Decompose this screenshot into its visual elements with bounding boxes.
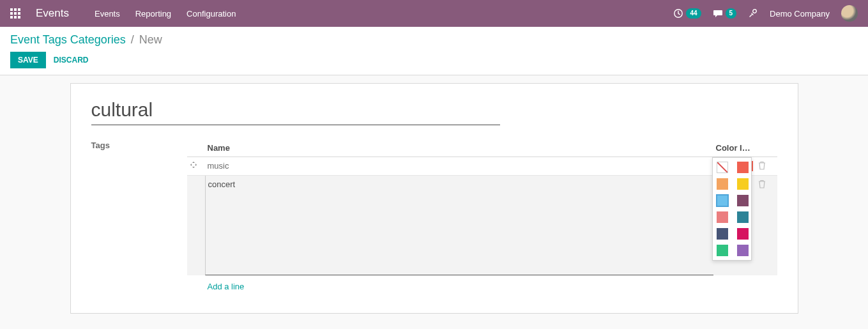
messages-button[interactable]: 5 [713,8,737,19]
save-button[interactable]: Save [10,52,46,68]
tag-name-input[interactable] [208,180,711,189]
color-option[interactable] [737,195,749,206]
activities-badge: 44 [686,8,701,19]
nav-link-events[interactable]: Events [95,9,120,19]
add-line-row: Add a line [187,275,777,294]
main-navbar: Events Events Reporting Configuration 44… [0,0,868,27]
activities-button[interactable]: 44 [673,8,701,19]
form-sheet: Tags Name Color In… [70,83,798,314]
apps-icon[interactable] [10,8,20,19]
messages-badge: 5 [726,8,737,19]
tag-name[interactable]: music [205,157,713,176]
category-name-input[interactable] [91,98,500,125]
tags-label: Tags [91,139,187,294]
breadcrumb: Event Tags Categories / New [10,33,858,47]
discard-button[interactable]: Discard [54,56,89,65]
app-brand[interactable]: Events [36,7,69,20]
sheet-wrap: Tags Name Color In… [0,75,868,326]
chat-icon [713,8,723,19]
editing-name-cell[interactable] [205,176,713,276]
col-delete [756,139,777,157]
color-option[interactable] [717,228,728,240]
tags-field-body: Name Color In… music [187,139,777,294]
breadcrumb-current: New [139,33,162,47]
tags-table: Name Color In… music [187,139,777,294]
debug-button[interactable] [748,8,758,19]
breadcrumb-sep: / [131,33,134,47]
col-color[interactable]: Color In… [713,139,756,157]
control-buttons: Save Discard [10,52,858,68]
color-option[interactable] [717,195,728,206]
table-row-editing[interactable] [187,176,777,276]
navbar-left: Events Events Reporting Configuration [10,7,236,20]
col-handle [187,139,205,157]
color-picker-popover[interactable] [712,157,752,261]
color-option[interactable] [737,162,749,173]
navbar-right: 44 5 Demo Company [673,5,858,22]
color-option[interactable] [717,178,728,190]
color-none[interactable] [717,162,728,173]
user-avatar[interactable] [841,5,858,22]
color-option[interactable] [737,211,749,223]
color-option[interactable] [717,245,728,256]
col-name[interactable]: Name [205,139,713,157]
control-panel: Event Tags Categories / New Save Discard [0,27,868,75]
company-switcher[interactable]: Demo Company [770,9,830,19]
nav-link-reporting[interactable]: Reporting [135,9,171,19]
breadcrumb-parent[interactable]: Event Tags Categories [10,33,126,47]
drag-handle-icon[interactable] [187,176,205,276]
color-option[interactable] [717,211,728,223]
nav-links: Events Reporting Configuration [95,9,236,19]
drag-handle-icon[interactable] [187,157,205,176]
delete-row-icon[interactable] [756,176,777,276]
tools-icon [748,8,758,19]
tags-field-row: Tags Name Color In… [91,139,777,294]
color-option[interactable] [737,178,749,190]
nav-link-configuration[interactable]: Configuration [187,9,236,19]
clock-icon [673,8,683,19]
add-line-link[interactable]: Add a line [208,282,245,291]
color-option[interactable] [737,228,749,240]
table-row[interactable]: music [187,157,777,176]
color-option[interactable] [737,245,749,256]
delete-row-icon[interactable] [756,157,777,176]
